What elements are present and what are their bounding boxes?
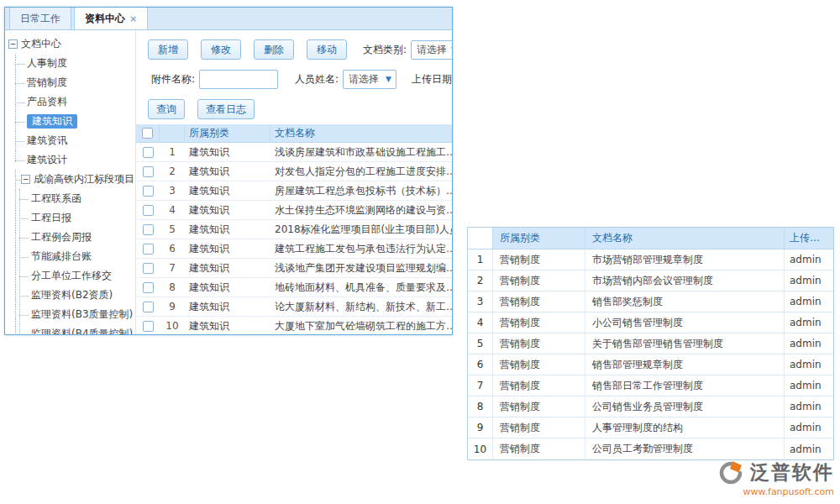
tree-node-document-center[interactable]: − 文档中心 bbox=[8, 34, 134, 54]
table-row[interactable]: 4建筑知识水土保持生态环境监测网络的建设与资… bbox=[136, 201, 452, 220]
tree-item[interactable]: 监理资料(B4质量控制) bbox=[17, 324, 134, 335]
close-icon[interactable]: × bbox=[129, 13, 137, 24]
row-category: 营销制度 bbox=[493, 291, 585, 312]
row-doc-name: 2018标准化监理项目部(业主项目部)人员… bbox=[270, 223, 452, 237]
table-row[interactable]: 3建筑知识房屋建筑工程总承包投标书（技术标）… bbox=[136, 181, 452, 201]
tree-item[interactable]: 建筑设计 bbox=[13, 150, 134, 170]
row-uploader: admin bbox=[785, 270, 833, 291]
tree-item[interactable]: 建筑知识 bbox=[13, 112, 134, 131]
edit-button[interactable]: 修改 bbox=[201, 39, 241, 60]
doc-category-label: 文档类别: bbox=[363, 43, 407, 57]
row-checkbox[interactable] bbox=[143, 244, 154, 255]
row-checkbox[interactable] bbox=[143, 321, 154, 332]
checkbox-cell bbox=[136, 244, 160, 255]
tree-item-label: 建筑知识 bbox=[27, 114, 77, 129]
table-row[interactable]: 1建筑知识浅谈房屋建筑和市政基础设施工程施工… bbox=[136, 143, 452, 162]
tree-item-label: 分工单位工作移交 bbox=[31, 270, 112, 281]
tree-item[interactable]: 分工单位工作移交 bbox=[17, 266, 134, 286]
document-table-body: 1建筑知识浅谈房屋建筑和市政基础设施工程施工…2建筑知识对发包人指定分包的工程施… bbox=[136, 143, 452, 335]
doc-category-select[interactable]: 请选择 ▼ bbox=[411, 40, 452, 60]
tab-daily-work[interactable]: 日常工作 bbox=[9, 7, 71, 29]
tree-item[interactable]: 监理资料(B2资质) bbox=[17, 286, 134, 305]
row-doc-name: 销售部日常工作管理制度 bbox=[585, 375, 785, 396]
checkbox-cell bbox=[136, 263, 160, 274]
row-doc-name: 地砖地面材料、机具准备、质量要求及… bbox=[270, 281, 452, 295]
tree-item[interactable]: 产品资料 bbox=[13, 92, 134, 112]
row-checkbox[interactable] bbox=[143, 263, 154, 274]
tree-item[interactable]: 监理资料(B3质量控制) bbox=[17, 305, 134, 324]
row-uploader: admin bbox=[785, 417, 833, 438]
collapse-icon[interactable]: − bbox=[8, 39, 18, 49]
row-checkbox[interactable] bbox=[143, 186, 154, 197]
select-all-checkbox[interactable] bbox=[142, 128, 153, 139]
marketing-table-body: 1营销制度市场营销部管理规章制度admin2营销制度市场营销内部会议管理制度ad… bbox=[468, 249, 833, 459]
tree-item[interactable]: 建筑资讯 bbox=[13, 131, 134, 150]
table-row[interactable]: 5建筑知识2018标准化监理项目部(业主项目部)人员… bbox=[136, 220, 452, 239]
tree-item-label: 监理资料(B2资质) bbox=[31, 289, 113, 301]
table-row[interactable]: 1营销制度市场营销部管理规章制度admin bbox=[468, 249, 833, 270]
table-row[interactable]: 8建筑知识地砖地面材料、机具准备、质量要求及… bbox=[136, 278, 452, 297]
tree-node-label: 文档中心 bbox=[21, 37, 61, 51]
checkbox-cell bbox=[136, 224, 160, 235]
move-button[interactable]: 移动 bbox=[307, 39, 347, 60]
row-category: 建筑知识 bbox=[185, 242, 270, 256]
tree-node-project[interactable]: − 成渝高铁内江标段项目 bbox=[13, 170, 134, 189]
table-row[interactable]: 10建筑知识大厦地下室加气砼墙砌筑工程的施工方… bbox=[136, 317, 452, 335]
delete-button[interactable]: 删除 bbox=[254, 39, 294, 60]
tree-node-label: 成渝高铁内江标段项目 bbox=[34, 172, 134, 186]
tree-item[interactable]: 节能减排台账 bbox=[17, 247, 134, 266]
checkbox-cell bbox=[136, 186, 160, 197]
collapse-icon[interactable]: − bbox=[21, 175, 30, 184]
row-number: 5 bbox=[160, 223, 185, 235]
tree-item[interactable]: 工程例会周报 bbox=[17, 228, 134, 247]
table-row[interactable]: 4营销制度小公司销售管理制度admin bbox=[468, 312, 833, 333]
row-checkbox[interactable] bbox=[143, 282, 154, 293]
person-name-select[interactable]: 请选择 ▼ bbox=[343, 70, 396, 89]
tree-item[interactable]: 人事制度 bbox=[13, 54, 134, 73]
doc-category-value: 请选择 bbox=[412, 43, 447, 57]
query-button[interactable]: 查询 bbox=[148, 99, 185, 119]
table-row[interactable]: 3营销制度销售部奖惩制度admin bbox=[468, 291, 833, 312]
tree-item[interactable]: 工程联系函 bbox=[17, 189, 134, 208]
document-table-header: 所属别类 文档名称 bbox=[136, 124, 452, 143]
row-doc-name: 水土保持生态环境监测网络的建设与资… bbox=[270, 203, 452, 218]
row-doc-name: 关于销售部管理销售管理制度 bbox=[585, 333, 785, 354]
row-number: 10 bbox=[160, 320, 185, 332]
row-checkbox[interactable] bbox=[143, 302, 154, 312]
row-doc-name: 对发包人指定分包的工程施工进度安排… bbox=[270, 165, 452, 179]
row-checkbox[interactable] bbox=[143, 224, 154, 235]
table-row[interactable]: 9营销制度人事管理制度的结构admin bbox=[468, 417, 833, 438]
document-table: 所属别类 文档名称 1建筑知识浅谈房屋建筑和市政基础设施工程施工…2建筑知识对发… bbox=[136, 124, 452, 335]
row-checkbox[interactable] bbox=[143, 166, 154, 177]
row-category: 营销制度 bbox=[493, 396, 585, 417]
row-number: 5 bbox=[468, 333, 493, 354]
row-number: 4 bbox=[468, 312, 493, 333]
row-number: 9 bbox=[160, 301, 185, 312]
tree-item-label: 营销制度 bbox=[27, 76, 67, 88]
tree-item-label: 建筑设计 bbox=[27, 154, 67, 165]
tree-item-label: 建筑资讯 bbox=[27, 134, 67, 146]
table-row[interactable]: 7营销制度销售部日常工作管理制度admin bbox=[468, 375, 833, 396]
table-row[interactable]: 6营销制度销售部管理规章制度admin bbox=[468, 354, 833, 375]
marketing-doc-table: 所属别类 文档名称 上传… 1营销制度市场营销部管理规章制度admin2营销制度… bbox=[467, 227, 834, 460]
add-button[interactable]: 新增 bbox=[148, 39, 188, 60]
table-row[interactable]: 10营销制度公司员工考勤管理制度admin bbox=[468, 438, 833, 459]
tree-item[interactable]: 营销制度 bbox=[13, 73, 134, 92]
table-row[interactable]: 6建筑知识建筑工程施工发包与承包违法行为认定… bbox=[136, 239, 452, 259]
attachment-name-input[interactable] bbox=[199, 70, 278, 89]
table-row[interactable]: 2营销制度市场营销内部会议管理制度admin bbox=[468, 270, 833, 291]
table-row[interactable]: 2建筑知识对发包人指定分包的工程施工进度安排… bbox=[136, 162, 452, 181]
vendor-name: 泛普软件 bbox=[750, 459, 834, 486]
tree-item[interactable]: 工程日报 bbox=[17, 208, 134, 228]
tab-data-center[interactable]: 资料中心 × bbox=[74, 7, 148, 29]
row-category: 营销制度 bbox=[493, 270, 585, 291]
row-checkbox[interactable] bbox=[143, 205, 154, 216]
view-log-button[interactable]: 查看日志 bbox=[197, 99, 255, 119]
tree-item-label: 工程联系函 bbox=[31, 192, 81, 204]
row-category: 营销制度 bbox=[493, 417, 585, 438]
table-row[interactable]: 5营销制度关于销售部管理销售管理制度admin bbox=[468, 333, 833, 354]
table-row[interactable]: 8营销制度公司销售业务员管理制度admin bbox=[468, 396, 833, 417]
table-row[interactable]: 9建筑知识论大厦新材料、新结构、新技术、新工… bbox=[136, 297, 452, 317]
table-row[interactable]: 7建筑知识浅谈地产集团开发建设项目监理规划编… bbox=[136, 259, 452, 278]
row-checkbox[interactable] bbox=[143, 147, 154, 158]
